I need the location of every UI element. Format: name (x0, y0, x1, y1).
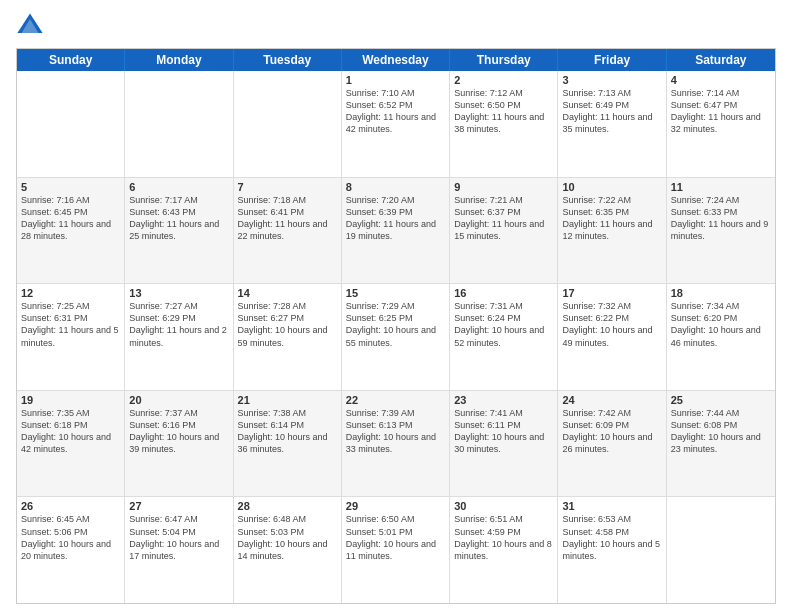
day-number: 6 (129, 181, 228, 193)
day-info: Sunrise: 6:47 AM Sunset: 5:04 PM Dayligh… (129, 513, 228, 562)
day-info: Sunrise: 7:18 AM Sunset: 6:41 PM Dayligh… (238, 194, 337, 243)
day-number: 3 (562, 74, 661, 86)
calendar-cell (17, 71, 125, 177)
day-info: Sunrise: 6:50 AM Sunset: 5:01 PM Dayligh… (346, 513, 445, 562)
day-info: Sunrise: 7:34 AM Sunset: 6:20 PM Dayligh… (671, 300, 771, 349)
calendar-cell: 30Sunrise: 6:51 AM Sunset: 4:59 PM Dayli… (450, 497, 558, 603)
logo (16, 12, 46, 40)
day-info: Sunrise: 6:53 AM Sunset: 4:58 PM Dayligh… (562, 513, 661, 562)
calendar-cell: 20Sunrise: 7:37 AM Sunset: 6:16 PM Dayli… (125, 391, 233, 497)
calendar-cell: 5Sunrise: 7:16 AM Sunset: 6:45 PM Daylig… (17, 178, 125, 284)
day-info: Sunrise: 7:22 AM Sunset: 6:35 PM Dayligh… (562, 194, 661, 243)
calendar-cell: 1Sunrise: 7:10 AM Sunset: 6:52 PM Daylig… (342, 71, 450, 177)
calendar-cell: 29Sunrise: 6:50 AM Sunset: 5:01 PM Dayli… (342, 497, 450, 603)
calendar-cell: 22Sunrise: 7:39 AM Sunset: 6:13 PM Dayli… (342, 391, 450, 497)
day-info: Sunrise: 7:29 AM Sunset: 6:25 PM Dayligh… (346, 300, 445, 349)
day-info: Sunrise: 7:44 AM Sunset: 6:08 PM Dayligh… (671, 407, 771, 456)
calendar-week-3: 19Sunrise: 7:35 AM Sunset: 6:18 PM Dayli… (17, 390, 775, 497)
day-number: 7 (238, 181, 337, 193)
day-number: 21 (238, 394, 337, 406)
day-number: 13 (129, 287, 228, 299)
calendar-header-wednesday: Wednesday (342, 49, 450, 71)
calendar-cell: 13Sunrise: 7:27 AM Sunset: 6:29 PM Dayli… (125, 284, 233, 390)
calendar-cell: 28Sunrise: 6:48 AM Sunset: 5:03 PM Dayli… (234, 497, 342, 603)
day-number: 30 (454, 500, 553, 512)
day-number: 20 (129, 394, 228, 406)
logo-icon (16, 12, 44, 40)
day-info: Sunrise: 7:10 AM Sunset: 6:52 PM Dayligh… (346, 87, 445, 136)
calendar-week-4: 26Sunrise: 6:45 AM Sunset: 5:06 PM Dayli… (17, 496, 775, 603)
calendar-cell: 26Sunrise: 6:45 AM Sunset: 5:06 PM Dayli… (17, 497, 125, 603)
calendar-cell: 10Sunrise: 7:22 AM Sunset: 6:35 PM Dayli… (558, 178, 666, 284)
day-number: 8 (346, 181, 445, 193)
day-number: 27 (129, 500, 228, 512)
day-number: 15 (346, 287, 445, 299)
calendar-cell: 12Sunrise: 7:25 AM Sunset: 6:31 PM Dayli… (17, 284, 125, 390)
calendar-body: 1Sunrise: 7:10 AM Sunset: 6:52 PM Daylig… (17, 71, 775, 603)
calendar-cell: 24Sunrise: 7:42 AM Sunset: 6:09 PM Dayli… (558, 391, 666, 497)
day-number: 4 (671, 74, 771, 86)
day-info: Sunrise: 7:32 AM Sunset: 6:22 PM Dayligh… (562, 300, 661, 349)
day-info: Sunrise: 7:14 AM Sunset: 6:47 PM Dayligh… (671, 87, 771, 136)
day-number: 12 (21, 287, 120, 299)
calendar-cell: 23Sunrise: 7:41 AM Sunset: 6:11 PM Dayli… (450, 391, 558, 497)
calendar-header-monday: Monday (125, 49, 233, 71)
calendar: SundayMondayTuesdayWednesdayThursdayFrid… (16, 48, 776, 604)
day-info: Sunrise: 7:20 AM Sunset: 6:39 PM Dayligh… (346, 194, 445, 243)
day-info: Sunrise: 7:31 AM Sunset: 6:24 PM Dayligh… (454, 300, 553, 349)
calendar-cell: 21Sunrise: 7:38 AM Sunset: 6:14 PM Dayli… (234, 391, 342, 497)
day-info: Sunrise: 7:28 AM Sunset: 6:27 PM Dayligh… (238, 300, 337, 349)
day-number: 1 (346, 74, 445, 86)
day-number: 2 (454, 74, 553, 86)
day-number: 24 (562, 394, 661, 406)
calendar-header-sunday: Sunday (17, 49, 125, 71)
calendar-week-0: 1Sunrise: 7:10 AM Sunset: 6:52 PM Daylig… (17, 71, 775, 177)
day-info: Sunrise: 7:17 AM Sunset: 6:43 PM Dayligh… (129, 194, 228, 243)
day-info: Sunrise: 7:42 AM Sunset: 6:09 PM Dayligh… (562, 407, 661, 456)
calendar-cell: 15Sunrise: 7:29 AM Sunset: 6:25 PM Dayli… (342, 284, 450, 390)
day-number: 19 (21, 394, 120, 406)
day-number: 16 (454, 287, 553, 299)
calendar-cell: 8Sunrise: 7:20 AM Sunset: 6:39 PM Daylig… (342, 178, 450, 284)
day-number: 26 (21, 500, 120, 512)
calendar-header-row: SundayMondayTuesdayWednesdayThursdayFrid… (17, 49, 775, 71)
day-number: 22 (346, 394, 445, 406)
calendar-week-1: 5Sunrise: 7:16 AM Sunset: 6:45 PM Daylig… (17, 177, 775, 284)
day-number: 11 (671, 181, 771, 193)
calendar-cell: 11Sunrise: 7:24 AM Sunset: 6:33 PM Dayli… (667, 178, 775, 284)
calendar-cell: 19Sunrise: 7:35 AM Sunset: 6:18 PM Dayli… (17, 391, 125, 497)
calendar-cell: 4Sunrise: 7:14 AM Sunset: 6:47 PM Daylig… (667, 71, 775, 177)
calendar-cell: 31Sunrise: 6:53 AM Sunset: 4:58 PM Dayli… (558, 497, 666, 603)
day-number: 9 (454, 181, 553, 193)
calendar-cell: 9Sunrise: 7:21 AM Sunset: 6:37 PM Daylig… (450, 178, 558, 284)
day-info: Sunrise: 7:27 AM Sunset: 6:29 PM Dayligh… (129, 300, 228, 349)
calendar-cell: 14Sunrise: 7:28 AM Sunset: 6:27 PM Dayli… (234, 284, 342, 390)
calendar-cell (234, 71, 342, 177)
calendar-cell (125, 71, 233, 177)
day-number: 5 (21, 181, 120, 193)
calendar-cell: 6Sunrise: 7:17 AM Sunset: 6:43 PM Daylig… (125, 178, 233, 284)
calendar-cell: 17Sunrise: 7:32 AM Sunset: 6:22 PM Dayli… (558, 284, 666, 390)
calendar-cell: 7Sunrise: 7:18 AM Sunset: 6:41 PM Daylig… (234, 178, 342, 284)
calendar-cell: 25Sunrise: 7:44 AM Sunset: 6:08 PM Dayli… (667, 391, 775, 497)
day-number: 23 (454, 394, 553, 406)
calendar-cell (667, 497, 775, 603)
day-info: Sunrise: 6:48 AM Sunset: 5:03 PM Dayligh… (238, 513, 337, 562)
day-info: Sunrise: 7:12 AM Sunset: 6:50 PM Dayligh… (454, 87, 553, 136)
day-number: 25 (671, 394, 771, 406)
day-info: Sunrise: 7:39 AM Sunset: 6:13 PM Dayligh… (346, 407, 445, 456)
day-info: Sunrise: 7:37 AM Sunset: 6:16 PM Dayligh… (129, 407, 228, 456)
header (16, 12, 776, 40)
day-number: 28 (238, 500, 337, 512)
calendar-header-saturday: Saturday (667, 49, 775, 71)
calendar-cell: 3Sunrise: 7:13 AM Sunset: 6:49 PM Daylig… (558, 71, 666, 177)
day-info: Sunrise: 7:21 AM Sunset: 6:37 PM Dayligh… (454, 194, 553, 243)
day-number: 31 (562, 500, 661, 512)
day-number: 18 (671, 287, 771, 299)
day-info: Sunrise: 7:35 AM Sunset: 6:18 PM Dayligh… (21, 407, 120, 456)
calendar-header-thursday: Thursday (450, 49, 558, 71)
day-info: Sunrise: 7:24 AM Sunset: 6:33 PM Dayligh… (671, 194, 771, 243)
day-info: Sunrise: 6:51 AM Sunset: 4:59 PM Dayligh… (454, 513, 553, 562)
day-info: Sunrise: 7:25 AM Sunset: 6:31 PM Dayligh… (21, 300, 120, 349)
calendar-cell: 2Sunrise: 7:12 AM Sunset: 6:50 PM Daylig… (450, 71, 558, 177)
